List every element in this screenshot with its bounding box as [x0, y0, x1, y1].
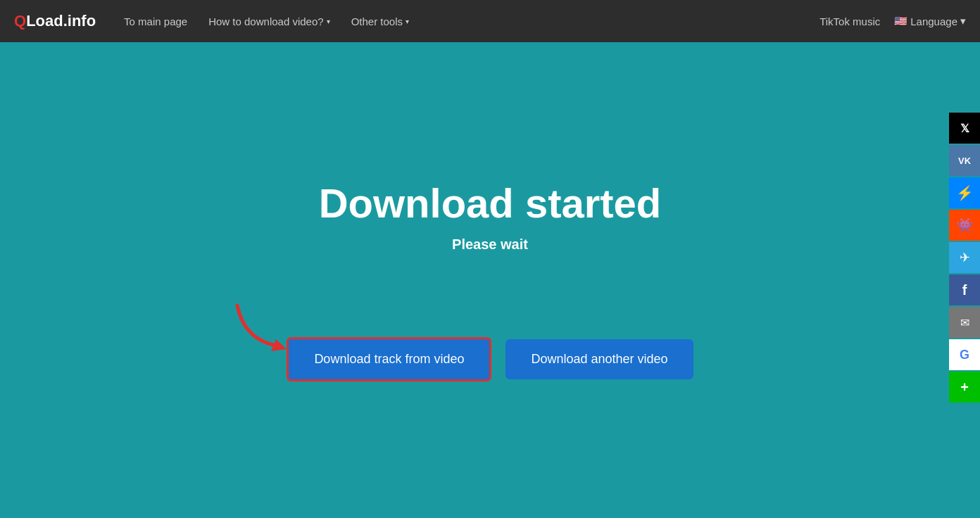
nav-other-tools[interactable]: Other tools ▾ [344, 11, 416, 32]
download-track-button[interactable]: Download track from video [287, 337, 491, 381]
brand-logo[interactable]: QLoad.info [14, 12, 96, 30]
brand-rest: Load.info [26, 12, 96, 30]
telegram-share-button[interactable]: ✈ [949, 242, 980, 273]
action-buttons: Download track from video Download anoth… [287, 337, 693, 381]
nav-main-page[interactable]: To main page [117, 11, 194, 32]
google-share-button[interactable]: G [949, 339, 980, 370]
download-title: Download started [319, 179, 662, 227]
twitter-icon: 𝕏 [960, 122, 969, 135]
download-another-button[interactable]: Download another video [505, 339, 693, 379]
navbar-right: TikTok music 🇺🇸 Language ▾ [819, 15, 966, 27]
language-selector[interactable]: 🇺🇸 Language ▾ [894, 15, 966, 27]
sharethis-button[interactable]: + [949, 372, 980, 403]
email-share-button[interactable]: ✉ [949, 307, 980, 338]
flag-icon: 🇺🇸 [894, 15, 907, 27]
chevron-down-icon: ▾ [406, 18, 409, 25]
chevron-down-icon: ▾ [960, 15, 966, 27]
navbar: QLoad.info To main page How to download … [0, 0, 980, 42]
social-sidebar: 𝕏 VK ⚡ 👾 ✈ f ✉ G + [949, 113, 980, 403]
vk-share-button[interactable]: VK [949, 145, 980, 176]
messenger-icon: ⚡ [956, 184, 974, 201]
arrow-indicator [230, 298, 301, 358]
messenger-share-button[interactable]: ⚡ [949, 177, 980, 208]
download-subtitle: Please wait [452, 236, 528, 253]
facebook-share-button[interactable]: f [949, 274, 980, 305]
nav-links: To main page How to download video? ▾ Ot… [117, 11, 819, 32]
telegram-icon: ✈ [960, 250, 970, 265]
email-icon: ✉ [960, 316, 969, 329]
brand-q: Q [14, 12, 26, 30]
main-content: Download started Please wait Download tr… [0, 42, 980, 518]
twitter-share-button[interactable]: 𝕏 [949, 113, 980, 144]
tiktok-music-link[interactable]: TikTok music [819, 15, 880, 27]
chevron-down-icon: ▾ [327, 18, 330, 25]
reddit-icon: 👾 [956, 217, 974, 234]
vk-icon: VK [958, 156, 971, 166]
language-label: Language [910, 15, 957, 27]
google-icon: G [960, 348, 969, 362]
sharethis-icon: + [960, 379, 969, 396]
reddit-share-button[interactable]: 👾 [949, 210, 980, 241]
facebook-icon: f [962, 282, 967, 298]
nav-how-to[interactable]: How to download video? ▾ [201, 11, 337, 32]
